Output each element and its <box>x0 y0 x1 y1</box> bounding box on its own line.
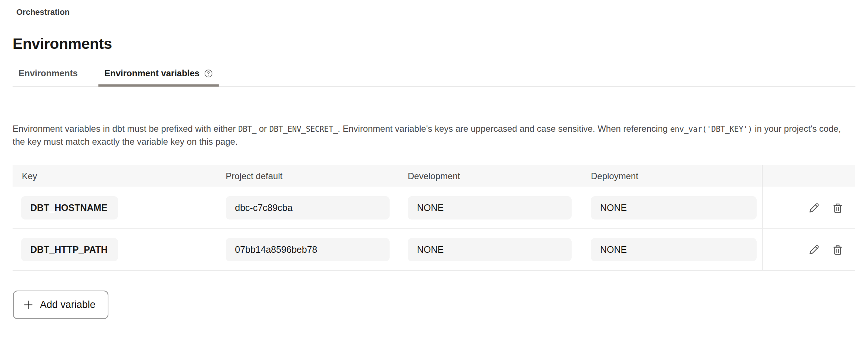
deployment-value: NONE <box>591 196 757 219</box>
tab-bar: Environments Environment variables <box>13 68 855 87</box>
development-value: NONE <box>408 196 572 219</box>
column-header-key: Key <box>13 165 226 187</box>
table-row: DBT_HTTP_PATH 07bb14a8596beb78 NONE NONE <box>13 229 855 271</box>
project-default-value: dbc-c7c89cba <box>226 196 390 219</box>
pencil-icon <box>808 202 820 214</box>
development-cell: NONE <box>408 187 591 228</box>
page-title: Environments <box>13 35 855 53</box>
development-value: NONE <box>408 238 572 261</box>
tab-environments-label: Environments <box>18 68 78 79</box>
delete-variable-button[interactable] <box>831 244 844 256</box>
key-value: DBT_HOSTNAME <box>21 196 118 219</box>
edit-variable-button[interactable] <box>808 244 820 256</box>
column-header-actions <box>762 165 855 187</box>
column-header-development: Development <box>408 165 591 187</box>
table-row: DBT_HOSTNAME dbc-c7c89cba NONE NONE <box>13 187 855 229</box>
project-default-cell: 07bb14a8596beb78 <box>226 229 408 270</box>
column-header-project-default: Project default <box>226 165 408 187</box>
inline-code: env_var('DBT_KEY') <box>670 125 752 134</box>
description-text: Environment variables in dbt must be pre… <box>13 123 855 148</box>
description-segment: . Environment variable's keys are upperc… <box>338 124 670 134</box>
table-header-row: Key Project default Development Deployme… <box>13 165 855 187</box>
deployment-value: NONE <box>591 238 757 261</box>
deployment-cell: NONE <box>591 229 762 270</box>
table-body: DBT_HOSTNAME dbc-c7c89cba NONE NONE <box>13 187 855 271</box>
tab-environment-variables-label: Environment variables <box>104 68 199 79</box>
add-variable-button-label: Add variable <box>40 299 95 311</box>
delete-variable-button[interactable] <box>831 202 844 214</box>
row-actions-cell <box>762 229 855 270</box>
plus-icon <box>23 299 34 310</box>
help-circle-icon[interactable] <box>204 69 213 78</box>
row-actions-cell <box>762 187 855 228</box>
trash-icon <box>831 244 844 256</box>
inline-code: DBT_ENV_SECRET_ <box>269 125 338 134</box>
pencil-icon <box>808 244 820 256</box>
project-default-cell: dbc-c7c89cba <box>226 187 408 228</box>
column-header-deployment: Deployment <box>591 165 762 187</box>
breadcrumb: Orchestration <box>16 0 855 17</box>
project-default-value: 07bb14a8596beb78 <box>226 238 390 261</box>
edit-variable-button[interactable] <box>808 202 820 214</box>
description-segment: Environment variables in dbt must be pre… <box>13 124 238 134</box>
trash-icon <box>831 202 844 214</box>
deployment-cell: NONE <box>591 187 762 228</box>
key-cell: DBT_HOSTNAME <box>13 187 226 228</box>
add-variable-button[interactable]: Add variable <box>13 291 108 319</box>
inline-code: DBT_ <box>238 125 256 134</box>
tab-environments[interactable]: Environments <box>13 68 84 87</box>
environment-variables-table: Key Project default Development Deployme… <box>13 165 855 271</box>
description-segment: or <box>256 124 269 134</box>
key-value: DBT_HTTP_PATH <box>21 238 118 261</box>
breadcrumb-item-orchestration[interactable]: Orchestration <box>16 7 70 17</box>
environment-variables-page: Orchestration Environments Environments … <box>0 0 868 319</box>
key-cell: DBT_HTTP_PATH <box>13 229 226 270</box>
development-cell: NONE <box>408 229 591 270</box>
tab-environment-variables[interactable]: Environment variables <box>98 68 219 87</box>
